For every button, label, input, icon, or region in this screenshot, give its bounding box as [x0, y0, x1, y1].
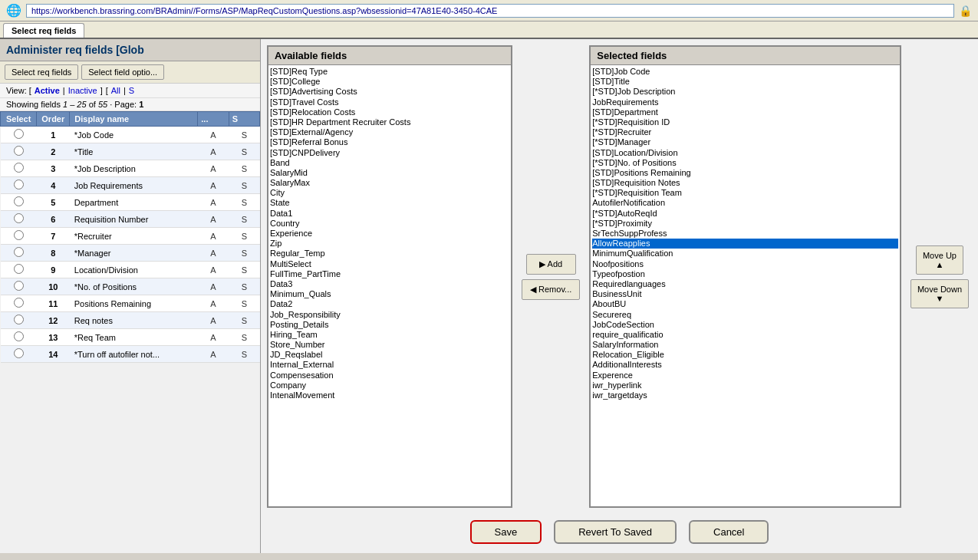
- selected-field-item[interactable]: [STD]Title: [592, 77, 898, 87]
- available-fields-select[interactable]: [STD]Req Type[STD]College[STD]Advertisin…: [270, 67, 509, 505]
- available-field-item[interactable]: [STD]Referral Bonus: [270, 137, 509, 147]
- add-button[interactable]: ▶ Add: [526, 254, 576, 275]
- available-field-item[interactable]: Minimum_Quals: [270, 289, 509, 299]
- available-field-item[interactable]: Hiring_Team: [270, 330, 509, 340]
- field-select-radio[interactable]: [14, 281, 24, 291]
- available-field-item[interactable]: Data1: [270, 209, 509, 219]
- selected-field-item[interactable]: [*STD]Job Description: [592, 87, 898, 97]
- field-display-name: *Turn off autofiler not...: [70, 346, 198, 363]
- available-field-item[interactable]: [STD]Relocation Costs: [270, 107, 509, 117]
- available-field-item[interactable]: [STD]CNPDelivery: [270, 148, 509, 158]
- revert-button[interactable]: Revert To Saved: [554, 520, 677, 544]
- move-up-button[interactable]: Move Up ▲: [916, 245, 963, 275]
- selected-field-item[interactable]: require_qualificatio: [592, 330, 898, 340]
- available-field-item[interactable]: State: [270, 198, 509, 208]
- save-button[interactable]: Save: [470, 520, 542, 544]
- field-select-radio[interactable]: [14, 315, 24, 324]
- select-field-options-button[interactable]: Select field optio...: [81, 64, 164, 80]
- selected-field-item[interactable]: [*STD]Requisition ID: [592, 117, 898, 127]
- available-field-item[interactable]: [STD]HR Department Recruiter Costs: [270, 117, 509, 127]
- selected-fields-select[interactable]: [STD]Job Code[STD]Title[*STD]Job Descrip…: [592, 67, 898, 505]
- available-field-item[interactable]: FullTime_PartTime: [270, 269, 509, 279]
- selected-field-item[interactable]: AutofilerNotification: [592, 198, 898, 208]
- selected-field-item[interactable]: [*STD]No. of Positions: [592, 158, 898, 168]
- available-field-item[interactable]: Store_Number: [270, 340, 509, 350]
- selected-field-item[interactable]: [STD]Location/Division: [592, 148, 898, 158]
- selected-field-item[interactable]: AllowReapplies: [592, 239, 898, 249]
- selected-field-item[interactable]: Relocation_Eligible: [592, 350, 898, 360]
- available-field-item[interactable]: IntenalMovement: [270, 390, 509, 400]
- available-field-item[interactable]: Zip: [270, 239, 509, 249]
- selected-field-item[interactable]: [*STD]Recruiter: [592, 127, 898, 137]
- selected-field-item[interactable]: SrTechSuppProfess: [592, 229, 898, 239]
- available-field-item[interactable]: Data2: [270, 299, 509, 309]
- move-down-button[interactable]: Move Down ▼: [910, 279, 969, 308]
- available-field-item[interactable]: [STD]External/Agency: [270, 127, 509, 137]
- available-field-item[interactable]: Band: [270, 158, 509, 168]
- available-field-item[interactable]: SalaryMid: [270, 168, 509, 178]
- available-field-item[interactable]: Data3: [270, 279, 509, 289]
- selected-field-item[interactable]: Requiredlanguages: [592, 279, 898, 289]
- selected-field-item[interactable]: iwr_targetdays: [592, 390, 898, 400]
- selected-field-item[interactable]: iwr_hyperlink: [592, 380, 898, 390]
- selected-field-item[interactable]: JobRequirements: [592, 97, 898, 107]
- field-select-radio[interactable]: [14, 348, 24, 358]
- available-field-item[interactable]: [STD]Travel Costs: [270, 97, 509, 107]
- available-field-item[interactable]: Posting_Details: [270, 320, 509, 330]
- field-select-radio[interactable]: [14, 298, 24, 308]
- selected-field-item[interactable]: Experence: [592, 371, 898, 380]
- field-select-radio[interactable]: [14, 196, 24, 206]
- available-field-item[interactable]: [STD]Req Type: [270, 67, 509, 77]
- selected-field-item[interactable]: AdditionalInterests: [592, 360, 898, 370]
- selected-field-item[interactable]: [STD]Requisition Notes: [592, 178, 898, 188]
- available-field-item[interactable]: City: [270, 188, 509, 198]
- field-select-radio[interactable]: [14, 146, 24, 156]
- field-select-radio[interactable]: [14, 213, 24, 223]
- selected-field-item[interactable]: MinimumQualification: [592, 249, 898, 259]
- available-field-item[interactable]: SalaryMax: [270, 178, 509, 188]
- available-field-item[interactable]: Regular_Temp: [270, 249, 509, 259]
- field-select-radio[interactable]: [14, 230, 24, 240]
- available-field-item[interactable]: Compensesation: [270, 371, 509, 380]
- selected-field-item[interactable]: [STD]Job Code: [592, 67, 898, 77]
- available-field-item[interactable]: [STD]College: [270, 77, 509, 87]
- main-tab[interactable]: Select req fields: [3, 23, 84, 38]
- field-select-radio[interactable]: [14, 129, 24, 139]
- available-field-item[interactable]: Company: [270, 380, 509, 390]
- view-active-link[interactable]: Active: [35, 86, 60, 95]
- available-fields-list[interactable]: [STD]Req Type[STD]College[STD]Advertisin…: [268, 65, 511, 506]
- url-bar[interactable]: https://workbench.brassring.com/BRAdmin/…: [26, 4, 954, 18]
- field-select-radio[interactable]: [14, 163, 24, 173]
- available-field-item[interactable]: Experience: [270, 229, 509, 239]
- selected-field-item[interactable]: Typeofpostion: [592, 269, 898, 279]
- field-select-radio[interactable]: [14, 180, 24, 189]
- select-req-fields-button[interactable]: Select req fields: [5, 64, 78, 80]
- available-field-item[interactable]: Internal_External: [270, 360, 509, 370]
- selected-field-item[interactable]: [STD]Department: [592, 107, 898, 117]
- field-select-radio[interactable]: [14, 331, 24, 341]
- available-field-item[interactable]: [STD]Advertising Costs: [270, 87, 509, 97]
- cancel-button[interactable]: Cancel: [689, 520, 769, 544]
- selected-field-item[interactable]: Securereq: [592, 310, 898, 320]
- selected-field-item[interactable]: [*STD]Manager: [592, 137, 898, 147]
- field-select-radio[interactable]: [14, 247, 24, 257]
- selected-field-item[interactable]: [*STD]Requisition Team: [592, 188, 898, 198]
- selected-field-item[interactable]: [*STD]AutoReqId: [592, 209, 898, 219]
- selected-field-item[interactable]: Noofpositions: [592, 259, 898, 269]
- available-field-item[interactable]: Job_Responsibility: [270, 310, 509, 320]
- field-select-radio[interactable]: [14, 264, 24, 274]
- selected-field-item[interactable]: AboutBU: [592, 299, 898, 309]
- selected-field-item[interactable]: [STD]Positions Remaining: [592, 168, 898, 178]
- available-field-item[interactable]: MultiSelect: [270, 259, 509, 269]
- selected-field-item[interactable]: JobCodeSection: [592, 320, 898, 330]
- view-all-link[interactable]: All: [111, 86, 120, 95]
- selected-field-item[interactable]: [*STD]Proximity: [592, 219, 898, 229]
- selected-fields-list[interactable]: [STD]Job Code[STD]Title[*STD]Job Descrip…: [591, 65, 900, 506]
- selected-field-item[interactable]: SalaryInformation: [592, 340, 898, 350]
- view-s-link[interactable]: S: [129, 86, 134, 95]
- available-field-item[interactable]: Country: [270, 219, 509, 229]
- available-field-item[interactable]: JD_Reqslabel: [270, 350, 509, 360]
- view-inactive-link[interactable]: Inactive: [68, 86, 97, 95]
- remove-button[interactable]: ◀ Remov...: [522, 279, 580, 300]
- selected-field-item[interactable]: BusinessUnit: [592, 289, 898, 299]
